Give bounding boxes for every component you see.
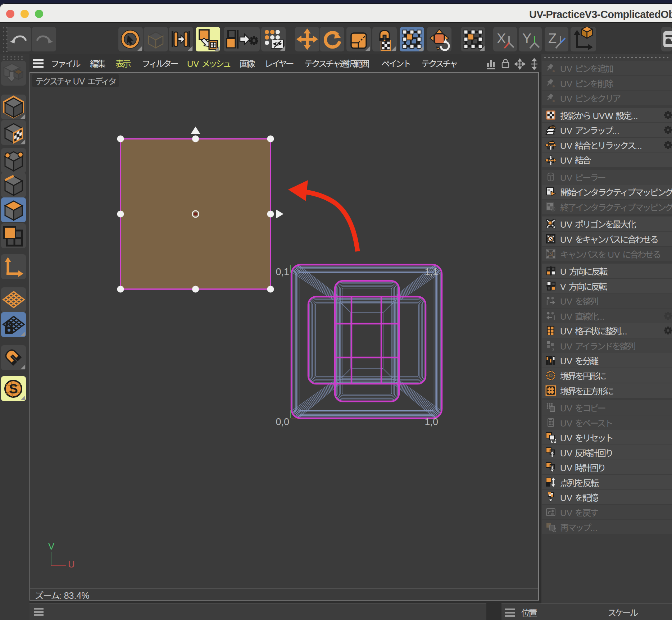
svg-text:V: V <box>48 539 55 552</box>
svg-text:0,1: 0,1 <box>276 264 289 278</box>
svg-text:1,0: 1,0 <box>424 414 438 428</box>
svg-text:Z: Z <box>548 31 557 46</box>
svg-text:Y: Y <box>522 31 531 46</box>
svg-text:U: U <box>68 557 75 570</box>
svg-text:0,0: 0,0 <box>276 414 289 428</box>
svg-text:S: S <box>9 382 18 396</box>
svg-text:X: X <box>497 31 506 46</box>
svg-text:1,1: 1,1 <box>424 264 438 278</box>
